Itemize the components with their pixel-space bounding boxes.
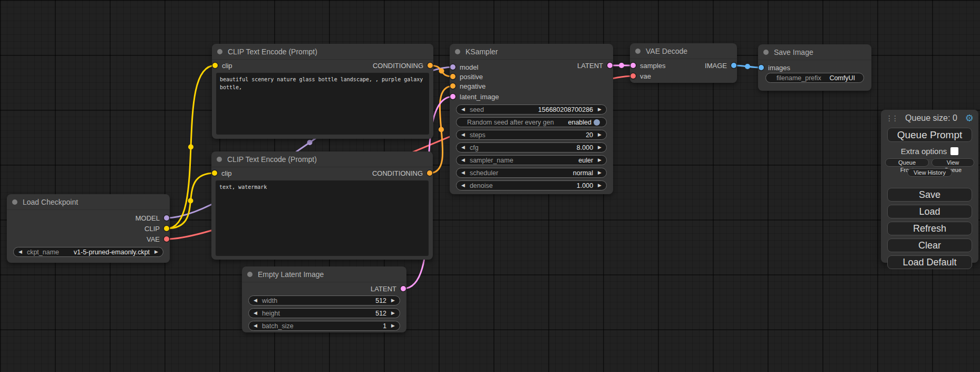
decrement-arrow-icon[interactable]: ◀ bbox=[461, 170, 465, 175]
output-port-conditioning[interactable]: CONDITIONING bbox=[373, 61, 433, 70]
decrement-arrow-icon[interactable]: ◀ bbox=[18, 250, 22, 254]
latent-port-dot[interactable] bbox=[607, 63, 613, 68]
random-seed-toggle-widget[interactable]: Random seed after every gen enabled bbox=[456, 117, 607, 127]
view-history-button[interactable]: View History bbox=[907, 168, 952, 177]
prompt-textarea[interactable]: beautiful scenery nature glass bottle la… bbox=[216, 73, 429, 135]
increment-arrow-icon[interactable]: ▶ bbox=[391, 323, 395, 328]
sampler-name-widget[interactable]: ◀ sampler_name euler ▶ bbox=[456, 155, 607, 165]
node-header[interactable]: Save Image bbox=[758, 44, 871, 60]
cfg-widget[interactable]: ◀ cfg 8.000 ▶ bbox=[456, 142, 607, 152]
conditioning-port-dot[interactable] bbox=[427, 170, 432, 176]
steps-widget[interactable]: ◀ steps 20 ▶ bbox=[456, 130, 607, 140]
node-header[interactable]: CLIP Text Encode (Prompt) bbox=[212, 44, 433, 60]
link-midpoint-dot[interactable] bbox=[439, 127, 444, 132]
save-button[interactable]: Save bbox=[887, 188, 972, 202]
increment-arrow-icon[interactable]: ▶ bbox=[598, 145, 601, 150]
decrement-arrow-icon[interactable]: ◀ bbox=[254, 311, 257, 316]
decrement-arrow-icon[interactable]: ◀ bbox=[461, 158, 465, 163]
increment-arrow-icon[interactable]: ▶ bbox=[598, 183, 601, 188]
input-port-samples[interactable]: samples bbox=[630, 61, 665, 70]
node-header[interactable]: Load Checkpoint bbox=[7, 194, 170, 210]
collapse-dot[interactable] bbox=[635, 49, 641, 54]
clip-port-dot[interactable] bbox=[212, 170, 217, 176]
input-port-positive[interactable]: positive bbox=[450, 72, 483, 81]
output-port-model[interactable]: MODEL bbox=[135, 214, 169, 222]
collapse-dot[interactable] bbox=[12, 199, 17, 205]
output-port-clip[interactable]: CLIP bbox=[144, 224, 169, 233]
ckpt-name-widget[interactable]: ◀ ckpt_name v1-5-pruned-emaonly.ckpt ▶ bbox=[13, 247, 163, 257]
increment-arrow-icon[interactable]: ▶ bbox=[598, 170, 601, 175]
image-port-dot[interactable] bbox=[731, 63, 736, 68]
view-queue-button[interactable]: View Queue bbox=[932, 158, 974, 167]
vae-port-dot[interactable] bbox=[630, 73, 636, 79]
latent-port-dot[interactable] bbox=[450, 94, 455, 99]
collapse-dot[interactable] bbox=[455, 49, 460, 54]
increment-arrow-icon[interactable]: ▶ bbox=[154, 250, 158, 254]
input-port-clip[interactable]: clip bbox=[212, 61, 232, 70]
load-button[interactable]: Load bbox=[887, 205, 972, 218]
node-empty-latent-image[interactable]: Empty Latent Image LATENT ◀ width 512 ▶ … bbox=[242, 266, 406, 332]
node-header[interactable]: CLIP Text Encode (Prompt) bbox=[211, 151, 433, 167]
input-port-clip[interactable]: clip bbox=[212, 169, 232, 177]
link-midpoint-dot[interactable] bbox=[188, 145, 193, 150]
conditioning-port-dot[interactable] bbox=[428, 63, 433, 68]
decrement-arrow-icon[interactable]: ◀ bbox=[254, 323, 257, 328]
increment-arrow-icon[interactable]: ▶ bbox=[598, 132, 601, 137]
latent-port-dot[interactable] bbox=[401, 286, 406, 291]
load-default-button[interactable]: Load Default bbox=[887, 255, 972, 269]
link-midpoint-dot[interactable] bbox=[188, 198, 193, 204]
model-port-dot[interactable] bbox=[450, 64, 455, 70]
decrement-arrow-icon[interactable]: ◀ bbox=[461, 183, 465, 188]
node-save-image[interactable]: Save Image images filename_prefix ComfyU… bbox=[758, 44, 871, 91]
increment-arrow-icon[interactable]: ▶ bbox=[391, 311, 395, 316]
scheduler-widget[interactable]: ◀ scheduler normal ▶ bbox=[456, 168, 607, 178]
decrement-arrow-icon[interactable]: ◀ bbox=[461, 107, 465, 112]
input-port-latent-image[interactable]: latent_image bbox=[450, 92, 499, 101]
node-header[interactable]: Empty Latent Image bbox=[242, 266, 406, 282]
output-port-latent[interactable]: LATENT bbox=[371, 284, 406, 293]
collapse-dot[interactable] bbox=[763, 50, 769, 55]
collapse-dot[interactable] bbox=[217, 157, 222, 162]
prompt-textarea[interactable]: text, watermark bbox=[216, 180, 429, 256]
node-graph-canvas[interactable]: Load Checkpoint MODEL CLIP VAE ◀ ckpt_na… bbox=[0, 0, 980, 372]
filename-prefix-widget[interactable]: filename_prefix ComfyUI bbox=[765, 73, 864, 83]
link-midpoint-dot[interactable] bbox=[439, 69, 444, 74]
output-port-vae[interactable]: VAE bbox=[147, 235, 169, 243]
link-midpoint-dot[interactable] bbox=[745, 64, 750, 69]
batch-size-widget[interactable]: ◀ batch_size 1 ▶ bbox=[248, 321, 400, 331]
node-ksampler[interactable]: KSampler model positive negative latent_… bbox=[450, 44, 613, 194]
conditioning-port-dot[interactable] bbox=[450, 74, 455, 79]
queue-front-button[interactable]: Queue Front bbox=[885, 158, 929, 167]
node-header[interactable]: KSampler bbox=[450, 44, 613, 60]
collapse-dot[interactable] bbox=[217, 49, 222, 54]
increment-arrow-icon[interactable]: ▶ bbox=[391, 298, 395, 303]
vae-port-dot[interactable] bbox=[164, 236, 169, 242]
decrement-arrow-icon[interactable]: ◀ bbox=[461, 132, 465, 137]
drag-handle-icon[interactable]: ⋮⋮ bbox=[886, 115, 897, 122]
input-port-negative[interactable]: negative bbox=[450, 82, 486, 90]
height-widget[interactable]: ◀ height 512 ▶ bbox=[248, 308, 400, 318]
input-port-model[interactable]: model bbox=[450, 63, 478, 71]
input-port-images[interactable]: images bbox=[759, 63, 790, 72]
clear-button[interactable]: Clear bbox=[887, 239, 972, 252]
link-midpoint-dot[interactable] bbox=[307, 140, 313, 145]
toggle-dot[interactable] bbox=[594, 119, 600, 126]
queue-prompt-button[interactable]: Queue Prompt bbox=[887, 128, 972, 142]
output-port-image[interactable]: IMAGE bbox=[705, 61, 736, 70]
node-clip-text-encode-positive[interactable]: CLIP Text Encode (Prompt) clip CONDITION… bbox=[212, 44, 433, 139]
decrement-arrow-icon[interactable]: ◀ bbox=[461, 145, 465, 150]
node-vae-decode[interactable]: VAE Decode samples vae IMAGE bbox=[630, 43, 737, 83]
latent-port-dot[interactable] bbox=[630, 63, 636, 68]
increment-arrow-icon[interactable]: ▶ bbox=[598, 107, 601, 112]
output-port-latent[interactable]: LATENT bbox=[577, 61, 613, 70]
width-widget[interactable]: ◀ width 512 ▶ bbox=[248, 295, 400, 306]
link-midpoint-dot[interactable] bbox=[619, 63, 624, 68]
decrement-arrow-icon[interactable]: ◀ bbox=[254, 298, 257, 303]
collapse-dot[interactable] bbox=[247, 272, 253, 277]
seed-widget[interactable]: ◀ seed 156680208700286 ▶ bbox=[456, 104, 607, 115]
node-header[interactable]: VAE Decode bbox=[630, 43, 737, 59]
node-clip-text-encode-negative[interactable]: CLIP Text Encode (Prompt) clip CONDITION… bbox=[211, 151, 433, 260]
clip-port-dot[interactable] bbox=[212, 63, 218, 68]
clip-port-dot[interactable] bbox=[164, 226, 169, 231]
denoise-widget[interactable]: ◀ denoise 1.000 ▶ bbox=[456, 180, 607, 190]
